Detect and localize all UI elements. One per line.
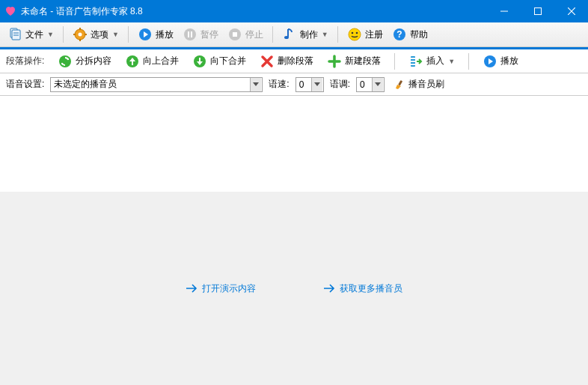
merge-down-label: 向下合并 [210,55,246,67]
svg-rect-19 [233,32,237,37]
gear-icon [73,27,88,42]
voice-settings-label: 语音设置: [6,78,44,91]
svg-point-15 [184,28,196,40]
refresh-icon [58,54,73,69]
more-announcers-link[interactable]: 获取更多播音员 [323,282,402,295]
merge-up-button[interactable]: 向上合并 [122,52,182,70]
note-icon [282,27,297,42]
section-toolbar: 段落操作: 分拆内容 向上合并 向下合并 删除段落 新建段落 插入▼ 播放 [0,49,588,73]
tone-combo[interactable]: 0 [356,77,385,92]
section-ops-label: 段落操作: [6,55,44,67]
delete-button[interactable]: 删除段落 [257,52,316,70]
pause-menu[interactable]: 暂停 [180,25,221,43]
bottom-panel: 打开演示内容 获取更多播音员 [0,192,588,385]
delete-label: 删除段落 [278,55,313,67]
help-menu[interactable]: ? 帮助 [389,25,431,43]
merge-down-button[interactable]: 向下合并 [189,52,249,70]
minimize-button[interactable] [487,0,521,22]
brush-button[interactable]: 播音员刷 [391,76,447,92]
chevron-down-icon: ▼ [112,31,119,38]
brush-icon [393,79,405,91]
make-label: 制作 [300,28,318,41]
svg-rect-30 [411,58,415,59]
svg-point-23 [355,32,358,34]
demo-link-label: 打开演示内容 [202,282,256,295]
arrow-up-icon [125,54,140,69]
pause-label: 暂停 [200,28,218,41]
play-label: 播放 [156,28,174,41]
plus-icon [327,54,342,69]
x-icon [260,54,275,69]
svg-point-22 [351,32,353,34]
svg-rect-17 [191,31,192,37]
title-bar: 未命名 - 语音广告制作专家 8.8 [0,0,588,22]
speed-combo[interactable]: 0 [295,77,324,92]
svg-point-21 [349,28,361,40]
insert-icon [408,54,423,69]
announcer-combo[interactable]: 未选定的播音员 [50,77,263,92]
close-button[interactable] [554,0,588,22]
file-label: 文件 [25,28,43,41]
window-title: 未命名 - 语音广告制作专家 8.8 [21,5,487,18]
arrow-down-icon [192,54,207,69]
app-icon [4,5,16,17]
merge-up-label: 向上合并 [143,55,179,67]
register-menu[interactable]: 注册 [344,25,386,43]
insert-button[interactable]: 插入▼ [405,52,458,70]
stop-menu[interactable]: 停止 [224,25,266,43]
menu-bar: 文件▼ 选项▼ 播放 暂停 停止 制作▼ 注册 ? 帮助 [0,22,588,47]
svg-point-26 [59,55,71,67]
help-icon: ? [392,27,407,42]
announcer-value: 未选定的播音员 [54,78,117,91]
file-menu[interactable]: 文件▼ [4,25,57,43]
open-demo-link[interactable]: 打开演示内容 [186,282,256,295]
chevron-down-icon: ▼ [322,31,328,38]
toolbar-play-button[interactable]: 播放 [480,52,521,70]
options-label: 选项 [91,28,108,41]
new-section-button[interactable]: 新建段落 [324,52,384,70]
play-icon [483,54,497,69]
more-link-label: 获取更多播音员 [340,282,402,295]
svg-text:?: ? [396,29,402,40]
chevron-down-icon [250,78,261,91]
chevron-down-icon [372,78,383,91]
content-area [0,96,588,192]
chevron-down-icon [311,78,322,91]
chevron-down-icon: ▼ [47,31,54,38]
register-label: 注册 [365,28,383,41]
separator [468,53,469,70]
svg-rect-16 [188,31,189,37]
play-menu[interactable]: 播放 [135,25,177,43]
split-button[interactable]: 分拆内容 [55,52,114,70]
separator [337,26,338,43]
arrow-right-icon [323,283,335,294]
maximize-button[interactable] [521,0,554,22]
options-menu[interactable]: 选项▼ [70,25,122,43]
help-label: 帮助 [410,28,428,41]
chevron-down-icon: ▼ [448,58,455,65]
svg-rect-32 [411,64,415,65]
pause-icon [183,27,197,42]
tone-value: 0 [360,79,365,90]
split-label: 分拆内容 [76,55,111,67]
toolbar-play-label: 播放 [500,55,518,67]
separator [272,26,273,43]
file-icon [7,27,22,42]
stop-icon [227,27,242,42]
speed-label: 语速: [269,78,289,91]
speed-value: 0 [299,79,304,90]
make-menu[interactable]: 制作▼ [279,25,331,43]
arrow-right-icon [186,283,197,294]
separator [128,26,129,43]
svg-point-20 [284,36,289,39]
brush-label: 播音员刷 [408,78,444,91]
insert-label: 插入 [426,55,444,67]
play-icon [138,27,153,42]
svg-rect-34 [398,79,402,85]
svg-rect-31 [411,61,415,62]
new-label: 新建段落 [345,55,381,67]
smile-icon [347,27,362,42]
voice-settings-row: 语音设置: 未选定的播音员 语速: 0 语调: 0 播音员刷 [0,73,588,96]
stop-label: 停止 [245,28,263,41]
tone-label: 语调: [330,78,350,91]
